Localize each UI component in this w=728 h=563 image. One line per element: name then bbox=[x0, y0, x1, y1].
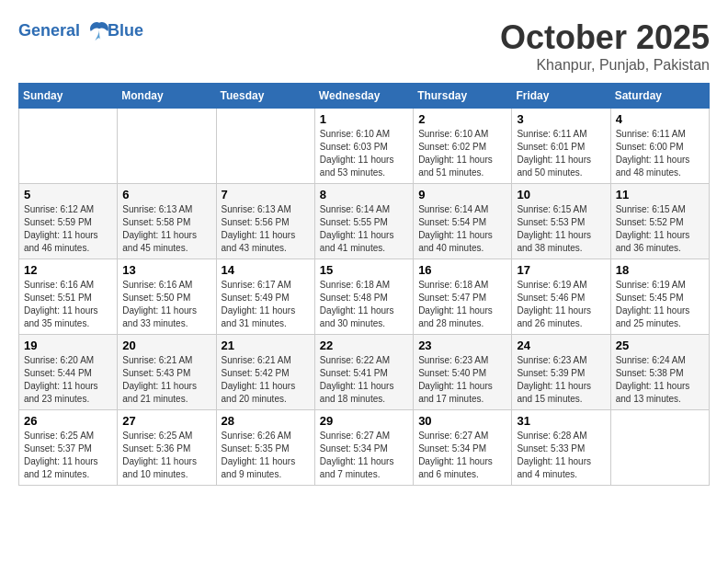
day-info: Sunrise: 6:11 AMSunset: 6:01 PMDaylight:… bbox=[517, 128, 605, 179]
day-info: Sunrise: 6:23 AMSunset: 5:39 PMDaylight:… bbox=[517, 354, 605, 406]
calendar-day-21: 21Sunrise: 6:21 AMSunset: 5:42 PMDayligh… bbox=[216, 335, 314, 410]
day-number: 21 bbox=[222, 339, 310, 352]
day-number: 12 bbox=[24, 263, 112, 277]
calendar-empty-cell bbox=[610, 410, 709, 486]
logo-text: General bbox=[18, 18, 112, 44]
calendar-day-20: 20Sunrise: 6:21 AMSunset: 5:43 PMDayligh… bbox=[118, 335, 216, 410]
calendar-day-31: 31Sunrise: 6:28 AMSunset: 5:33 PMDayligh… bbox=[512, 410, 610, 486]
day-info: Sunrise: 6:21 AMSunset: 5:42 PMDaylight:… bbox=[222, 354, 310, 406]
day-info: Sunrise: 6:25 AMSunset: 5:37 PMDaylight:… bbox=[24, 430, 112, 481]
day-info: Sunrise: 6:25 AMSunset: 5:36 PMDaylight:… bbox=[122, 430, 210, 481]
calendar-day-12: 12Sunrise: 6:16 AMSunset: 5:51 PMDayligh… bbox=[19, 259, 118, 335]
calendar-day-9: 9Sunrise: 6:14 AMSunset: 5:54 PMDaylight… bbox=[414, 184, 512, 259]
day-number: 25 bbox=[616, 339, 704, 352]
calendar-day-25: 25Sunrise: 6:24 AMSunset: 5:38 PMDayligh… bbox=[610, 335, 709, 410]
day-number: 9 bbox=[418, 188, 506, 201]
calendar-day-4: 4Sunrise: 6:11 AMSunset: 6:00 PMDaylight… bbox=[610, 109, 709, 184]
calendar-day-15: 15Sunrise: 6:18 AMSunset: 5:48 PMDayligh… bbox=[314, 259, 413, 335]
month-title: October 2025 bbox=[500, 18, 710, 57]
day-info: Sunrise: 6:24 AMSunset: 5:38 PMDaylight:… bbox=[616, 354, 704, 406]
day-info: Sunrise: 6:19 AMSunset: 5:45 PMDaylight:… bbox=[616, 279, 704, 330]
calendar-day-13: 13Sunrise: 6:16 AMSunset: 5:50 PMDayligh… bbox=[118, 259, 216, 335]
calendar-day-30: 30Sunrise: 6:27 AMSunset: 5:34 PMDayligh… bbox=[414, 410, 512, 486]
calendar-day-1: 1Sunrise: 6:10 AMSunset: 6:03 PMDaylight… bbox=[314, 109, 413, 184]
day-info: Sunrise: 6:15 AMSunset: 5:53 PMDaylight:… bbox=[517, 203, 605, 255]
weekday-header-tuesday: Tuesday bbox=[216, 84, 314, 109]
day-number: 29 bbox=[320, 414, 408, 428]
day-info: Sunrise: 6:26 AMSunset: 5:35 PMDaylight:… bbox=[222, 430, 310, 481]
day-info: Sunrise: 6:15 AMSunset: 5:52 PMDaylight:… bbox=[616, 203, 704, 255]
weekday-header-monday: Monday bbox=[118, 84, 216, 109]
calendar-week-row: 5Sunrise: 6:12 AMSunset: 5:59 PMDaylight… bbox=[19, 184, 710, 259]
day-info: Sunrise: 6:27 AMSunset: 5:34 PMDaylight:… bbox=[320, 430, 408, 481]
title-block: October 2025 Khanpur, Punjab, Pakistan bbox=[500, 18, 710, 74]
day-info: Sunrise: 6:16 AMSunset: 5:51 PMDaylight:… bbox=[24, 279, 112, 330]
day-number: 7 bbox=[222, 188, 310, 201]
calendar-day-8: 8Sunrise: 6:14 AMSunset: 5:55 PMDaylight… bbox=[314, 184, 413, 259]
day-info: Sunrise: 6:10 AMSunset: 6:02 PMDaylight:… bbox=[418, 128, 506, 179]
day-number: 8 bbox=[320, 188, 408, 201]
day-number: 27 bbox=[122, 414, 210, 428]
day-number: 4 bbox=[616, 112, 704, 126]
calendar-day-17: 17Sunrise: 6:19 AMSunset: 5:46 PMDayligh… bbox=[512, 259, 610, 335]
calendar-day-2: 2Sunrise: 6:10 AMSunset: 6:02 PMDaylight… bbox=[414, 109, 512, 184]
day-number: 18 bbox=[616, 263, 704, 277]
day-info: Sunrise: 6:18 AMSunset: 5:48 PMDaylight:… bbox=[320, 279, 408, 330]
day-number: 15 bbox=[320, 263, 408, 277]
calendar-week-row: 1Sunrise: 6:10 AMSunset: 6:03 PMDaylight… bbox=[19, 109, 710, 184]
day-number: 1 bbox=[320, 112, 408, 126]
day-info: Sunrise: 6:19 AMSunset: 5:46 PMDaylight:… bbox=[517, 279, 605, 330]
calendar-header-row: SundayMondayTuesdayWednesdayThursdayFrid… bbox=[19, 84, 710, 109]
day-number: 16 bbox=[418, 263, 506, 277]
day-info: Sunrise: 6:16 AMSunset: 5:50 PMDaylight:… bbox=[122, 279, 210, 330]
calendar-day-22: 22Sunrise: 6:22 AMSunset: 5:41 PMDayligh… bbox=[314, 335, 413, 410]
calendar-day-27: 27Sunrise: 6:25 AMSunset: 5:36 PMDayligh… bbox=[118, 410, 216, 486]
day-number: 22 bbox=[320, 339, 408, 352]
day-number: 11 bbox=[616, 188, 704, 201]
calendar-day-7: 7Sunrise: 6:13 AMSunset: 5:56 PMDaylight… bbox=[216, 184, 314, 259]
day-number: 23 bbox=[418, 339, 506, 352]
day-number: 2 bbox=[418, 112, 506, 126]
calendar-day-19: 19Sunrise: 6:20 AMSunset: 5:44 PMDayligh… bbox=[19, 335, 118, 410]
weekday-header-friday: Friday bbox=[512, 84, 610, 109]
day-info: Sunrise: 6:14 AMSunset: 5:54 PMDaylight:… bbox=[418, 203, 506, 255]
day-info: Sunrise: 6:17 AMSunset: 5:49 PMDaylight:… bbox=[222, 279, 310, 330]
day-info: Sunrise: 6:23 AMSunset: 5:40 PMDaylight:… bbox=[418, 354, 506, 406]
day-number: 20 bbox=[122, 339, 210, 352]
day-number: 31 bbox=[517, 414, 605, 428]
location: Khanpur, Punjab, Pakistan bbox=[500, 57, 710, 74]
calendar-week-row: 19Sunrise: 6:20 AMSunset: 5:44 PMDayligh… bbox=[19, 335, 710, 410]
day-info: Sunrise: 6:12 AMSunset: 5:59 PMDaylight:… bbox=[24, 203, 112, 255]
day-number: 24 bbox=[517, 339, 605, 352]
weekday-header-wednesday: Wednesday bbox=[314, 84, 413, 109]
day-number: 3 bbox=[517, 112, 605, 126]
calendar-empty-cell bbox=[216, 109, 314, 184]
day-number: 13 bbox=[122, 263, 210, 277]
day-number: 19 bbox=[24, 339, 112, 352]
calendar-week-row: 26Sunrise: 6:25 AMSunset: 5:37 PMDayligh… bbox=[19, 410, 710, 486]
day-info: Sunrise: 6:11 AMSunset: 6:00 PMDaylight:… bbox=[616, 128, 704, 179]
calendar-day-3: 3Sunrise: 6:11 AMSunset: 6:01 PMDaylight… bbox=[512, 109, 610, 184]
calendar-day-26: 26Sunrise: 6:25 AMSunset: 5:37 PMDayligh… bbox=[19, 410, 118, 486]
calendar-day-14: 14Sunrise: 6:17 AMSunset: 5:49 PMDayligh… bbox=[216, 259, 314, 335]
calendar-day-24: 24Sunrise: 6:23 AMSunset: 5:39 PMDayligh… bbox=[512, 335, 610, 410]
calendar-day-6: 6Sunrise: 6:13 AMSunset: 5:58 PMDaylight… bbox=[118, 184, 216, 259]
weekday-header-sunday: Sunday bbox=[19, 84, 118, 109]
calendar-week-row: 12Sunrise: 6:16 AMSunset: 5:51 PMDayligh… bbox=[19, 259, 710, 335]
calendar-day-16: 16Sunrise: 6:18 AMSunset: 5:47 PMDayligh… bbox=[414, 259, 512, 335]
day-info: Sunrise: 6:21 AMSunset: 5:43 PMDaylight:… bbox=[122, 354, 210, 406]
day-number: 5 bbox=[24, 188, 112, 201]
day-number: 14 bbox=[222, 263, 310, 277]
day-info: Sunrise: 6:18 AMSunset: 5:47 PMDaylight:… bbox=[418, 279, 506, 330]
calendar-day-5: 5Sunrise: 6:12 AMSunset: 5:59 PMDaylight… bbox=[19, 184, 118, 259]
day-info: Sunrise: 6:10 AMSunset: 6:03 PMDaylight:… bbox=[320, 128, 408, 179]
calendar-day-10: 10Sunrise: 6:15 AMSunset: 5:53 PMDayligh… bbox=[512, 184, 610, 259]
day-number: 6 bbox=[122, 188, 210, 201]
day-number: 26 bbox=[24, 414, 112, 428]
calendar-day-11: 11Sunrise: 6:15 AMSunset: 5:52 PMDayligh… bbox=[610, 184, 709, 259]
day-info: Sunrise: 6:14 AMSunset: 5:55 PMDaylight:… bbox=[320, 203, 408, 255]
weekday-header-saturday: Saturday bbox=[610, 84, 709, 109]
day-info: Sunrise: 6:28 AMSunset: 5:33 PMDaylight:… bbox=[517, 430, 605, 481]
calendar-table: SundayMondayTuesdayWednesdayThursdayFrid… bbox=[18, 83, 710, 486]
day-info: Sunrise: 6:20 AMSunset: 5:44 PMDaylight:… bbox=[24, 354, 112, 406]
